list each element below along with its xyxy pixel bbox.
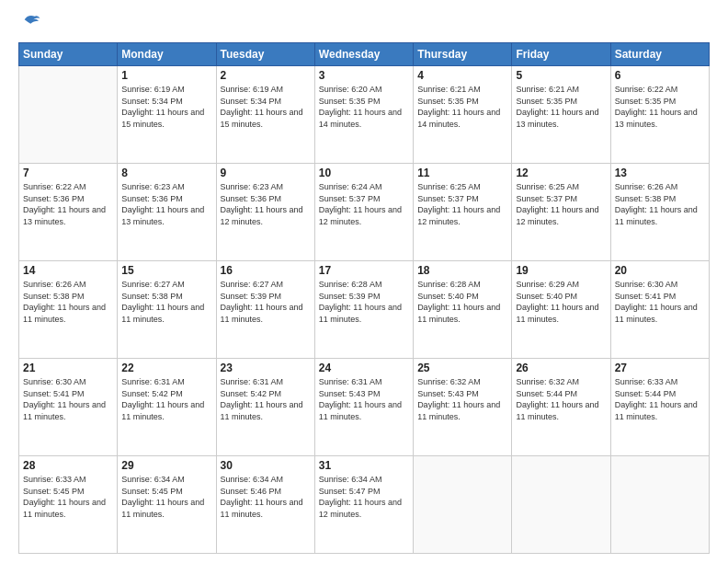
calendar-cell: 29Sunrise: 6:34 AMSunset: 5:45 PMDayligh… <box>118 456 216 554</box>
day-info: Sunrise: 6:31 AMSunset: 5:43 PMDaylight:… <box>319 376 409 422</box>
weekday-header-saturday: Saturday <box>610 43 709 66</box>
day-number: 23 <box>221 362 311 374</box>
calendar-cell <box>610 456 709 554</box>
day-number: 4 <box>417 69 507 82</box>
calendar-cell: 9Sunrise: 6:23 AMSunset: 5:36 PMDaylight… <box>216 164 314 261</box>
day-info: Sunrise: 6:26 AMSunset: 5:38 PMDaylight:… <box>23 279 113 325</box>
day-number: 27 <box>615 362 705 374</box>
calendar-cell: 3Sunrise: 6:20 AMSunset: 5:35 PMDaylight… <box>314 66 413 164</box>
day-info: Sunrise: 6:33 AMSunset: 5:45 PMDaylight:… <box>23 474 113 520</box>
day-info: Sunrise: 6:23 AMSunset: 5:36 PMDaylight:… <box>221 181 311 227</box>
calendar-cell: 11Sunrise: 6:25 AMSunset: 5:37 PMDayligh… <box>414 164 512 261</box>
weekday-header-row: SundayMondayTuesdayWednesdayThursdayFrid… <box>19 43 710 66</box>
header <box>18 17 710 33</box>
calendar-cell: 22Sunrise: 6:31 AMSunset: 5:42 PMDayligh… <box>118 359 216 456</box>
day-info: Sunrise: 6:28 AMSunset: 5:39 PMDaylight:… <box>319 279 409 325</box>
day-number: 13 <box>615 167 705 179</box>
day-info: Sunrise: 6:29 AMSunset: 5:40 PMDaylight:… <box>516 279 606 325</box>
calendar-cell: 19Sunrise: 6:29 AMSunset: 5:40 PMDayligh… <box>512 261 610 359</box>
day-info: Sunrise: 6:27 AMSunset: 5:39 PMDaylight:… <box>221 279 311 325</box>
calendar-cell: 16Sunrise: 6:27 AMSunset: 5:39 PMDayligh… <box>216 261 314 359</box>
day-number: 7 <box>23 167 113 179</box>
day-number: 28 <box>23 459 113 472</box>
weekday-header-tuesday: Tuesday <box>216 43 314 66</box>
day-number: 17 <box>319 264 409 277</box>
day-info: Sunrise: 6:21 AMSunset: 5:35 PMDaylight:… <box>417 84 507 130</box>
day-number: 16 <box>221 264 311 277</box>
day-info: Sunrise: 6:31 AMSunset: 5:42 PMDaylight:… <box>121 376 211 422</box>
day-info: Sunrise: 6:32 AMSunset: 5:44 PMDaylight:… <box>516 376 606 422</box>
logo-bird-icon <box>21 13 41 33</box>
day-number: 6 <box>615 69 705 82</box>
day-info: Sunrise: 6:30 AMSunset: 5:41 PMDaylight:… <box>615 279 705 325</box>
day-number: 15 <box>121 264 211 277</box>
day-number: 22 <box>121 362 211 374</box>
page: SundayMondayTuesdayWednesdayThursdayFrid… <box>0 0 728 563</box>
day-number: 5 <box>516 69 606 82</box>
day-info: Sunrise: 6:34 AMSunset: 5:46 PMDaylight:… <box>221 474 311 520</box>
day-info: Sunrise: 6:25 AMSunset: 5:37 PMDaylight:… <box>417 181 507 227</box>
day-number: 21 <box>23 362 113 374</box>
calendar: SundayMondayTuesdayWednesdayThursdayFrid… <box>18 42 710 554</box>
day-info: Sunrise: 6:34 AMSunset: 5:45 PMDaylight:… <box>121 474 211 520</box>
weekday-header-thursday: Thursday <box>414 43 512 66</box>
calendar-cell: 14Sunrise: 6:26 AMSunset: 5:38 PMDayligh… <box>19 261 118 359</box>
weekday-header-wednesday: Wednesday <box>314 43 413 66</box>
calendar-cell <box>414 456 512 554</box>
calendar-cell: 17Sunrise: 6:28 AMSunset: 5:39 PMDayligh… <box>314 261 413 359</box>
calendar-cell: 18Sunrise: 6:28 AMSunset: 5:40 PMDayligh… <box>414 261 512 359</box>
calendar-cell: 5Sunrise: 6:21 AMSunset: 5:35 PMDaylight… <box>512 66 610 164</box>
day-info: Sunrise: 6:30 AMSunset: 5:41 PMDaylight:… <box>23 376 113 422</box>
day-number: 29 <box>121 459 211 472</box>
day-info: Sunrise: 6:31 AMSunset: 5:42 PMDaylight:… <box>221 376 311 422</box>
day-info: Sunrise: 6:22 AMSunset: 5:36 PMDaylight:… <box>23 181 113 227</box>
calendar-cell: 1Sunrise: 6:19 AMSunset: 5:34 PMDaylight… <box>118 66 216 164</box>
day-number: 12 <box>516 167 606 179</box>
calendar-cell <box>19 66 118 164</box>
calendar-cell: 30Sunrise: 6:34 AMSunset: 5:46 PMDayligh… <box>216 456 314 554</box>
day-info: Sunrise: 6:33 AMSunset: 5:44 PMDaylight:… <box>615 376 705 422</box>
week-row-4: 21Sunrise: 6:30 AMSunset: 5:41 PMDayligh… <box>19 359 710 456</box>
day-info: Sunrise: 6:34 AMSunset: 5:47 PMDaylight:… <box>319 474 409 520</box>
day-info: Sunrise: 6:20 AMSunset: 5:35 PMDaylight:… <box>319 84 409 130</box>
day-number: 30 <box>221 459 311 472</box>
day-number: 8 <box>121 167 211 179</box>
day-number: 10 <box>319 167 409 179</box>
calendar-cell <box>512 456 610 554</box>
day-number: 2 <box>221 69 311 82</box>
calendar-cell: 2Sunrise: 6:19 AMSunset: 5:34 PMDaylight… <box>216 66 314 164</box>
calendar-cell: 27Sunrise: 6:33 AMSunset: 5:44 PMDayligh… <box>610 359 709 456</box>
logo <box>18 17 41 33</box>
day-number: 1 <box>121 69 211 82</box>
week-row-2: 7Sunrise: 6:22 AMSunset: 5:36 PMDaylight… <box>19 164 710 261</box>
day-info: Sunrise: 6:32 AMSunset: 5:43 PMDaylight:… <box>417 376 507 422</box>
day-number: 24 <box>319 362 409 374</box>
day-number: 14 <box>23 264 113 277</box>
day-info: Sunrise: 6:22 AMSunset: 5:35 PMDaylight:… <box>615 84 705 130</box>
calendar-cell: 26Sunrise: 6:32 AMSunset: 5:44 PMDayligh… <box>512 359 610 456</box>
calendar-cell: 8Sunrise: 6:23 AMSunset: 5:36 PMDaylight… <box>118 164 216 261</box>
calendar-cell: 10Sunrise: 6:24 AMSunset: 5:37 PMDayligh… <box>314 164 413 261</box>
weekday-header-monday: Monday <box>118 43 216 66</box>
day-info: Sunrise: 6:19 AMSunset: 5:34 PMDaylight:… <box>121 84 211 130</box>
day-info: Sunrise: 6:21 AMSunset: 5:35 PMDaylight:… <box>516 84 606 130</box>
day-info: Sunrise: 6:26 AMSunset: 5:38 PMDaylight:… <box>615 181 705 227</box>
day-number: 18 <box>417 264 507 277</box>
calendar-cell: 28Sunrise: 6:33 AMSunset: 5:45 PMDayligh… <box>19 456 118 554</box>
week-row-1: 1Sunrise: 6:19 AMSunset: 5:34 PMDaylight… <box>19 66 710 164</box>
day-number: 25 <box>417 362 507 374</box>
weekday-header-sunday: Sunday <box>19 43 118 66</box>
day-number: 9 <box>221 167 311 179</box>
day-info: Sunrise: 6:24 AMSunset: 5:37 PMDaylight:… <box>319 181 409 227</box>
calendar-cell: 12Sunrise: 6:25 AMSunset: 5:37 PMDayligh… <box>512 164 610 261</box>
calendar-cell: 20Sunrise: 6:30 AMSunset: 5:41 PMDayligh… <box>610 261 709 359</box>
day-number: 31 <box>319 459 409 472</box>
day-info: Sunrise: 6:23 AMSunset: 5:36 PMDaylight:… <box>121 181 211 227</box>
day-info: Sunrise: 6:28 AMSunset: 5:40 PMDaylight:… <box>417 279 507 325</box>
calendar-cell: 31Sunrise: 6:34 AMSunset: 5:47 PMDayligh… <box>314 456 413 554</box>
calendar-cell: 4Sunrise: 6:21 AMSunset: 5:35 PMDaylight… <box>414 66 512 164</box>
day-info: Sunrise: 6:25 AMSunset: 5:37 PMDaylight:… <box>516 181 606 227</box>
week-row-3: 14Sunrise: 6:26 AMSunset: 5:38 PMDayligh… <box>19 261 710 359</box>
day-info: Sunrise: 6:27 AMSunset: 5:38 PMDaylight:… <box>121 279 211 325</box>
day-number: 19 <box>516 264 606 277</box>
